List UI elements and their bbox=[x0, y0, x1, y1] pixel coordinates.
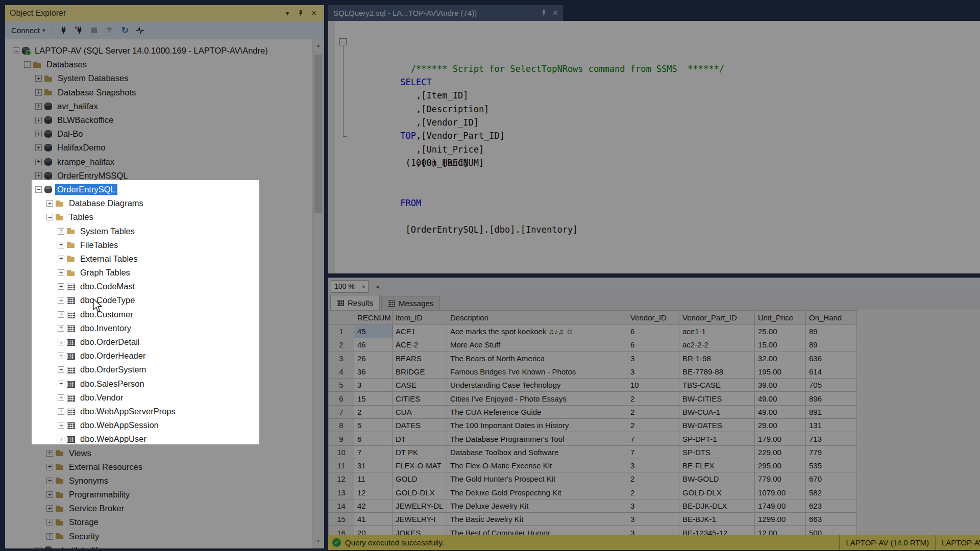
grid-cell[interactable]: BE-DJK-DLX bbox=[679, 499, 755, 512]
grid-cell[interactable]: CUA bbox=[393, 405, 447, 418]
grid-cell[interactable]: 295.00 bbox=[755, 459, 806, 472]
expander-icon[interactable] bbox=[58, 353, 64, 359]
grid-cell[interactable]: 7 bbox=[627, 432, 679, 445]
grid-cell[interactable]: 2 bbox=[627, 405, 679, 418]
grid-cell[interactable]: 12.00 bbox=[755, 526, 806, 535]
tree-item[interactable]: OrderEntrySQL bbox=[5, 183, 312, 196]
pin-icon[interactable] bbox=[295, 8, 306, 18]
row-number-cell[interactable]: 9 bbox=[329, 432, 354, 445]
grid-cell[interactable]: 41 bbox=[354, 513, 393, 526]
grid-cell[interactable]: 179.00 bbox=[755, 432, 806, 445]
grid-cell[interactable]: The Deluxe Gold Prospecting Kit bbox=[447, 486, 627, 499]
expander-icon[interactable] bbox=[24, 61, 31, 68]
tree-item[interactable]: dbo.CodeMast bbox=[5, 280, 312, 293]
grid-cell[interactable]: The Gold Hunter's Prospect Kit bbox=[447, 472, 627, 486]
tree-item[interactable]: OrderEntryMSSQL bbox=[5, 169, 312, 183]
grid-cell[interactable]: 779 bbox=[806, 445, 857, 459]
grid-cell[interactable]: 11 bbox=[354, 472, 393, 486]
grid-cell[interactable]: 31 bbox=[354, 459, 393, 472]
column-header[interactable]: Vendor_ID bbox=[627, 311, 679, 325]
tree-item[interactable]: dbo.WebAppServerProps bbox=[5, 405, 312, 418]
tree-item[interactable]: BLWBackoffice bbox=[5, 113, 312, 127]
grid-cell[interactable]: 3 bbox=[627, 459, 679, 472]
results-tab[interactable]: Results bbox=[330, 295, 380, 310]
grid-cell[interactable]: SP-DTS bbox=[679, 445, 755, 459]
grid-cell[interactable]: 663 bbox=[806, 513, 857, 526]
grid-cell[interactable]: 195.00 bbox=[755, 365, 806, 378]
grid-cell[interactable]: 6 bbox=[627, 325, 679, 338]
grid-cell[interactable]: 2 bbox=[627, 486, 679, 499]
row-number-cell[interactable]: 13 bbox=[329, 486, 354, 499]
expander-icon[interactable] bbox=[35, 547, 42, 548]
results-tab[interactable]: Messages bbox=[381, 296, 440, 310]
grid-cell[interactable]: The Bears of North America bbox=[447, 352, 627, 365]
tree-item[interactable]: Views bbox=[5, 446, 312, 460]
expander-icon[interactable] bbox=[58, 325, 64, 332]
expander-icon[interactable] bbox=[35, 172, 42, 179]
grid-cell[interactable]: GOLD-DLX bbox=[393, 486, 447, 499]
expander-icon[interactable] bbox=[46, 533, 53, 540]
grid-cell[interactable]: 32.00 bbox=[755, 352, 806, 365]
grid-cell[interactable]: BRIDGE bbox=[393, 365, 447, 378]
grid-cell[interactable]: 36 bbox=[354, 365, 393, 378]
grid-cell[interactable]: DT bbox=[393, 432, 447, 445]
row-number-cell[interactable]: 7 bbox=[329, 405, 354, 418]
row-number-cell[interactable]: 10 bbox=[329, 445, 354, 459]
grid-cell[interactable]: 582 bbox=[806, 486, 857, 499]
disconnect-server-icon[interactable] bbox=[74, 26, 84, 35]
query-editor[interactable]: /****** Script for SelectTopNRows comman… bbox=[328, 21, 980, 273]
tree-item[interactable]: dbo.WebAppUser bbox=[5, 432, 312, 446]
expander-icon[interactable] bbox=[35, 159, 42, 165]
grid-cell[interactable]: 3 bbox=[627, 352, 679, 365]
tree-item[interactable]: Synonyms bbox=[5, 474, 312, 488]
grid-cell[interactable]: The Best of Computer Humor bbox=[447, 526, 627, 535]
grid-cell[interactable]: GOLD bbox=[393, 472, 447, 486]
expander-icon[interactable] bbox=[58, 311, 64, 318]
expander-icon[interactable] bbox=[46, 519, 53, 525]
grid-cell[interactable]: 636 bbox=[806, 352, 857, 365]
expander-icon[interactable] bbox=[35, 186, 42, 193]
expander-icon[interactable] bbox=[46, 464, 53, 470]
grid-cell[interactable]: 2 bbox=[627, 472, 679, 486]
tree-item[interactable]: Database Snapshots bbox=[5, 86, 312, 99]
expander-icon[interactable] bbox=[35, 144, 42, 151]
grid-cell[interactable]: 26 bbox=[354, 352, 393, 365]
row-number-cell[interactable]: 4 bbox=[329, 365, 354, 378]
grid-cell[interactable]: JEWELRY-DL bbox=[393, 499, 447, 512]
row-number-cell[interactable]: 1 bbox=[329, 325, 354, 338]
row-number-cell[interactable]: 3 bbox=[329, 352, 354, 365]
grid-cell[interactable]: JEWELRY-I bbox=[393, 513, 447, 526]
zoom-level-select[interactable]: 100 % ▾ bbox=[331, 280, 369, 293]
scroll-down-icon[interactable]: ▾ bbox=[312, 537, 324, 545]
grid-cell[interactable]: GOLD-DLX bbox=[679, 486, 755, 499]
tree-item[interactable]: dbo.CodeType bbox=[5, 293, 312, 307]
tree-item[interactable]: dbo.OrderHeader bbox=[5, 349, 312, 363]
expander-icon[interactable] bbox=[58, 366, 64, 373]
grid-cell[interactable]: 2 bbox=[627, 392, 679, 405]
tree-item[interactable]: Service Broker bbox=[5, 502, 312, 515]
tree-item[interactable]: krampe_halifax bbox=[5, 155, 312, 169]
expander-icon[interactable] bbox=[35, 117, 42, 123]
grid-cell[interactable]: The Basic Jewelry Kit bbox=[447, 513, 627, 526]
tab-close-icon[interactable]: × bbox=[552, 8, 558, 18]
grid-cell[interactable]: 49.00 bbox=[755, 392, 806, 405]
tree-item[interactable]: System Tables bbox=[5, 224, 312, 238]
grid-cell[interactable]: 131 bbox=[806, 419, 857, 432]
grid-cell[interactable]: 2 bbox=[627, 419, 679, 432]
scroll-up-icon[interactable]: ▴ bbox=[312, 41, 324, 49]
grid-cell[interactable]: 1749.00 bbox=[755, 499, 806, 512]
tab-pin-icon[interactable] bbox=[541, 10, 547, 16]
row-number-cell[interactable]: 15 bbox=[329, 513, 354, 526]
row-number-cell[interactable]: 14 bbox=[329, 499, 354, 512]
expander-icon[interactable] bbox=[46, 200, 53, 207]
grid-cell[interactable]: 705 bbox=[806, 379, 857, 392]
grid-cell[interactable]: SP-DPT-1 bbox=[679, 432, 755, 445]
grid-cell[interactable]: 5 bbox=[354, 419, 393, 432]
grid-cell[interactable]: DT PK bbox=[393, 445, 447, 459]
grid-cell[interactable]: 20 bbox=[354, 526, 393, 535]
expander-icon[interactable] bbox=[58, 242, 64, 248]
tree-item[interactable]: dbo.Vendor bbox=[5, 391, 312, 405]
expander-icon[interactable] bbox=[46, 450, 53, 457]
grid-cell[interactable]: 3 bbox=[627, 513, 679, 526]
grid-cell[interactable]: CASE bbox=[393, 379, 447, 392]
